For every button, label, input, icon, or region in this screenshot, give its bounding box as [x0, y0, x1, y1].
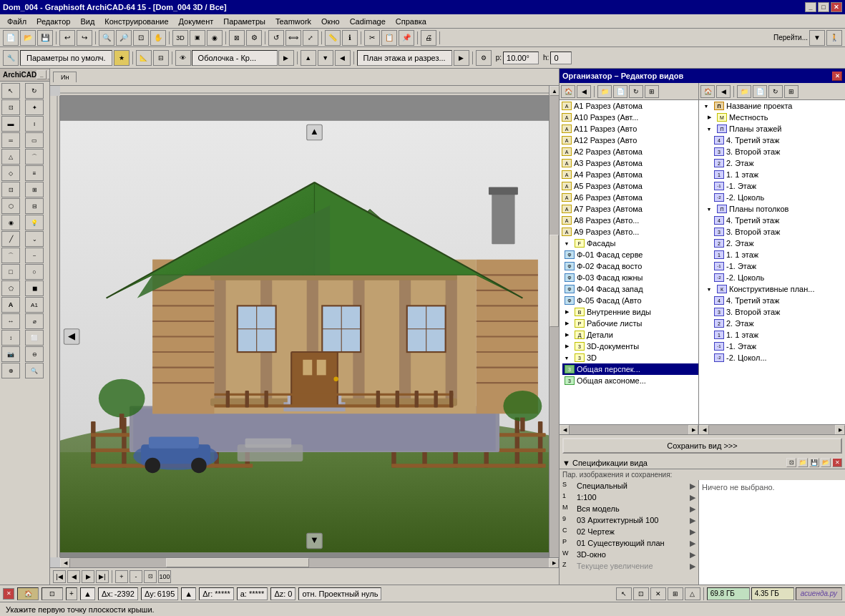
tool-detail[interactable]: 🔍 — [25, 363, 44, 378]
menu-cadimage[interactable]: Cadimage — [346, 16, 390, 27]
tree-item-a1[interactable]: A А1 Разрез (Автома — [560, 100, 698, 112]
tree-item-a8[interactable]: A А8 Разрез (Авто... — [560, 215, 698, 226]
right-tree-ceilm1[interactable]: -1 -1. Этаж — [712, 260, 845, 272]
tb-new[interactable]: 📄 — [3, 30, 19, 46]
tb-paste[interactable]: 📌 — [399, 30, 414, 46]
tool-rotate[interactable]: ↻ — [25, 83, 44, 99]
right-tree-floor-plans[interactable]: ▼ П Планы этажей — [702, 123, 845, 135]
right-tree-ceiling-plans[interactable]: ▼ П Планы потолков — [702, 203, 845, 215]
tree-item-a4[interactable]: A А4 Разрез (Автома — [560, 169, 698, 180]
param-zoom[interactable]: Z Текущее увеличение ▶ — [560, 560, 698, 572]
menu-document[interactable]: Документ — [175, 16, 218, 27]
tool-dim-radial[interactable]: ⌀ — [25, 313, 44, 329]
tool-slab[interactable]: ▭ — [25, 132, 44, 148]
tree-item-f05[interactable]: Ф Ф-05 Фасад (Авто — [562, 295, 698, 306]
nav-tool2[interactable]: ⊡ — [633, 587, 649, 600]
tool-lamp[interactable]: 💡 — [25, 215, 44, 230]
right-tree-struct-plans[interactable]: ▼ К Конструктивные план... — [702, 283, 845, 295]
org-right-folder[interactable]: 📁 — [737, 85, 751, 98]
tree-item-f04[interactable]: Ф Ф-04 Фасад запад — [562, 283, 698, 295]
spec-btn3[interactable]: 💾 — [809, 458, 819, 467]
tree-item-a5[interactable]: A А5 Разрез (Автома — [560, 180, 698, 192]
org-home[interactable]: 🏠 — [561, 85, 575, 98]
param-scale[interactable]: 1 1:100 ▶ — [560, 492, 698, 503]
canvas-tab-ruler[interactable]: Ин — [53, 72, 77, 82]
org-right-scroll-track[interactable] — [709, 425, 835, 434]
right-tree-floor2[interactable]: 2 2. Этаж — [712, 157, 845, 169]
tool-column[interactable]: I — [25, 116, 44, 132]
tb-cut[interactable]: ✂ — [364, 30, 380, 46]
p-value-field[interactable]: 10.00° — [503, 52, 539, 64]
tool-poly-line[interactable]: ⌄ — [25, 231, 44, 247]
right-tree-str4[interactable]: 4 4. Третий этаж — [712, 295, 845, 306]
tool-shell[interactable]: ⌒ — [25, 149, 44, 165]
menu-file[interactable]: Файл — [3, 16, 31, 27]
org-right-home[interactable]: 🏠 — [700, 85, 715, 98]
spec-btn4[interactable]: 📂 — [821, 458, 831, 467]
close-button[interactable]: ✕ — [831, 2, 842, 12]
right-tree-ceil4[interactable]: 4 4. Третий этаж — [712, 215, 845, 226]
tb-redo[interactable]: ↪ — [77, 30, 92, 46]
tree-item-interior[interactable]: ▶ В Внутренние виды — [560, 306, 698, 318]
tool-morph[interactable]: ◇ — [1, 165, 20, 181]
h-value-field[interactable]: 0 — [550, 52, 572, 64]
footer-first[interactable]: |◀ — [53, 570, 66, 583]
tool-fill-circle[interactable]: ○ — [25, 264, 44, 280]
org-right-back[interactable]: ◀ — [716, 85, 731, 98]
nav-tool4[interactable]: ⊞ — [668, 587, 683, 600]
org-left-tree[interactable]: A А1 Разрез (Автома A А10 Разрез (Авт...… — [560, 100, 698, 424]
right-tree-strm2[interactable]: -2 -2. Цокол... — [712, 352, 845, 363]
footer-zoom-out[interactable]: - — [130, 570, 142, 583]
tb-undo[interactable]: ↩ — [59, 30, 75, 46]
right-tree-floor-1[interactable]: -1 -1. Этаж — [712, 180, 845, 192]
viewport[interactable]: ◀ ▶ ▲ ▼ — [60, 96, 559, 577]
tb-print[interactable]: 🖨 — [421, 30, 436, 46]
tree-item-a6[interactable]: A А6 Разрез (Автома — [560, 192, 698, 203]
right-tree-terrain[interactable]: ▶ М Местность — [702, 112, 845, 123]
params-default-field[interactable]: Параметры по умолч. — [20, 50, 112, 66]
param-special[interactable]: S Специальный ▶ — [560, 480, 698, 492]
right-tree-str2[interactable]: 2 2. Этаж — [712, 318, 845, 329]
right-tree-str3[interactable]: 3 3. Второй этаж — [712, 306, 845, 318]
param-existing[interactable]: P 01 Существующий план ▶ — [560, 537, 698, 549]
footer-zoom-fit[interactable]: ⊡ — [144, 570, 157, 583]
tb2-view-drop[interactable]: ▶ — [278, 50, 294, 66]
footer-last[interactable]: ▶| — [96, 570, 109, 583]
org-left-scroll-track[interactable] — [570, 425, 688, 434]
tool-camera[interactable]: 📷 — [1, 346, 20, 362]
menu-window[interactable]: Окно — [317, 16, 344, 27]
tree-item-f03[interactable]: Ф Ф-03 Фасад южны — [562, 272, 698, 283]
tb-mirror[interactable]: ⟺ — [285, 30, 301, 46]
spec-btn2[interactable]: 📁 — [798, 458, 808, 467]
footer-zoom-in[interactable]: + — [115, 570, 128, 583]
tree-item-3d-axon[interactable]: 3 Общая аксономе... — [562, 375, 698, 386]
org-left-scrollbar-h[interactable]: ◀ ▶ — [560, 424, 698, 434]
tool-zoom-select[interactable]: ⊡ — [1, 99, 20, 115]
tb2-settings2[interactable]: ⚙ — [476, 50, 492, 66]
tool-stair[interactable]: ≡ — [25, 165, 44, 181]
tool-section[interactable]: ⊖ — [25, 346, 44, 362]
tb-measure[interactable]: 📏 — [325, 30, 341, 46]
right-tree-floor4[interactable]: 4 4. Третий этаж — [712, 135, 845, 146]
tool-magic-wand[interactable]: ✦ — [25, 99, 44, 115]
org-right-refresh[interactable]: ↻ — [768, 85, 783, 98]
org-left-scroll-left[interactable]: ◀ — [560, 425, 570, 434]
tool-text[interactable]: A — [1, 297, 20, 313]
tool-fill-poly[interactable]: ⬠ — [1, 280, 20, 296]
tree-item-details[interactable]: ▶ Д Детали — [560, 329, 698, 341]
org-right-tree[interactable]: ▼ П Название проекта ▶ М Местность ▼ П П… — [699, 100, 845, 424]
tb-select-all[interactable]: ⊠ — [229, 30, 245, 46]
tool-spline[interactable]: ~ — [25, 248, 44, 263]
view-name-field[interactable]: Оболочка - Кр... — [192, 50, 278, 66]
tb-copy[interactable]: 📋 — [381, 30, 397, 46]
tool-arc[interactable]: ⌒ — [1, 248, 20, 263]
right-tree-ceilm2[interactable]: -2 -2. Цоколь — [712, 272, 845, 283]
org-close[interactable]: ✕ — [832, 72, 842, 81]
nav-tool5[interactable]: △ — [685, 587, 700, 600]
nav-tool1[interactable]: ↖ — [616, 587, 632, 600]
tb2-param-btn[interactable]: ★ — [114, 50, 130, 66]
tb2-cam-c[interactable]: ◀ — [335, 50, 351, 66]
org-back[interactable]: ◀ — [577, 85, 591, 98]
tree-item-facades[interactable]: ▼ F Фасады — [560, 238, 698, 249]
param-model[interactable]: M Вся модель ▶ — [560, 503, 698, 514]
